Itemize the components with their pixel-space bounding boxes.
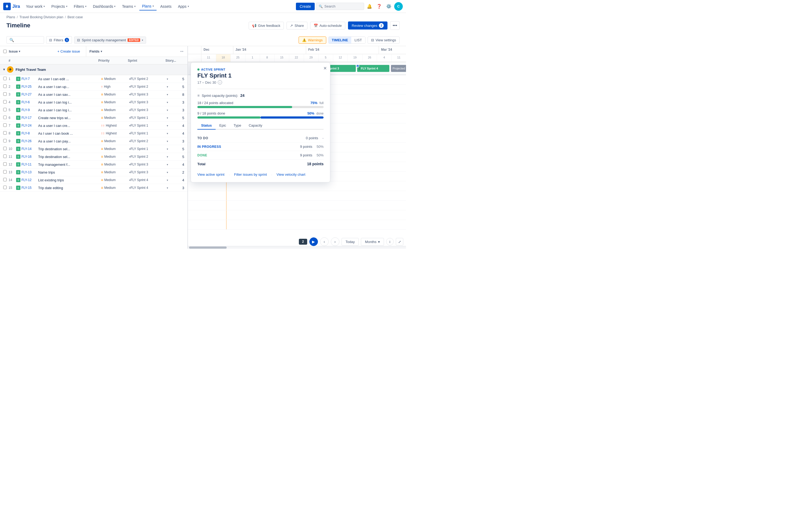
- settings-icon[interactable]: ⚙️: [385, 2, 393, 11]
- issue-row[interactable]: 10 S FLY-14 Trip destination sel... ≡ Me…: [0, 145, 188, 153]
- issue-checkbox[interactable]: [3, 92, 7, 96]
- issue-checkbox[interactable]: [3, 170, 7, 174]
- issue-row[interactable]: 3 S FLY-27 As a user I can sav... ≡ Medi…: [0, 91, 188, 99]
- issue-row[interactable]: 14 S FLY-12 List existing trips ≡ Medium…: [0, 176, 188, 184]
- issue-row[interactable]: 2 S FLY-25 As a user I can up... ↑ High …: [0, 83, 188, 91]
- sprint-cell[interactable]: FLY Sprint 2 ▾: [131, 139, 168, 143]
- priority-cell[interactable]: ≡ Medium ▾: [101, 139, 131, 143]
- priority-cell[interactable]: ↑ High ▾: [101, 84, 131, 89]
- issue-key[interactable]: FLY-11: [21, 163, 37, 166]
- priority-cell[interactable]: ↑↑ Highest ▾: [101, 123, 131, 128]
- today-button[interactable]: Today: [342, 238, 359, 246]
- help-icon[interactable]: ❓: [375, 2, 384, 11]
- priority-cell[interactable]: ≡ Medium ▾: [101, 155, 131, 159]
- select-all-checkbox[interactable]: [3, 50, 7, 53]
- sprint-cell[interactable]: FLY Sprint 2 ▾: [131, 85, 168, 89]
- sprint-cell[interactable]: FLY Sprint 1 ▾: [131, 116, 168, 120]
- issue-key[interactable]: FLY-6: [21, 100, 37, 104]
- list-view-button[interactable]: LIST: [351, 37, 365, 44]
- more-actions-button[interactable]: •••: [390, 21, 400, 30]
- milestone-badge[interactable]: 2: [299, 239, 307, 245]
- view-settings-button[interactable]: ⊟ View settings: [368, 37, 400, 44]
- issue-row[interactable]: 6 S FLY-17 Create new trips wi... ≡ Medi…: [0, 114, 188, 122]
- issue-checkbox[interactable]: [3, 108, 7, 111]
- priority-cell[interactable]: ≡ Medium ▾: [101, 186, 131, 190]
- issue-checkbox[interactable]: [3, 178, 7, 181]
- create-issue-button[interactable]: + Create issue: [55, 48, 83, 54]
- issue-checkbox[interactable]: [3, 155, 7, 158]
- sprint-cell[interactable]: FLY Sprint 1 ▾: [131, 147, 168, 151]
- issue-checkbox[interactable]: [3, 123, 7, 127]
- issue-checkbox[interactable]: [3, 162, 7, 166]
- sprint-cell[interactable]: FLY Sprint 3 ▾: [131, 108, 168, 112]
- priority-cell[interactable]: ↑↑ Highest ▾: [101, 131, 131, 135]
- sprint-cell[interactable]: FLY Sprint 4 ▾: [131, 186, 168, 190]
- issue-checkbox[interactable]: [3, 116, 7, 119]
- sprint-cell[interactable]: FLY Sprint 3 ▾: [131, 163, 168, 166]
- tab-capacity[interactable]: Capacity: [245, 122, 266, 129]
- priority-cell[interactable]: ≡ Medium ▾: [101, 92, 131, 97]
- issue-row[interactable]: 12 S FLY-11 Trip management f... ≡ Mediu…: [0, 161, 188, 168]
- issue-key[interactable]: FLY-24: [21, 124, 37, 127]
- tab-epic[interactable]: Epic: [216, 122, 230, 129]
- sprint-cell[interactable]: FLY Sprint 3 ▾: [131, 170, 168, 174]
- issue-checkbox[interactable]: [3, 139, 7, 143]
- sprint-cell[interactable]: FLY Sprint 3 ▾: [131, 93, 168, 96]
- nav-forward-primary-button[interactable]: ▶: [309, 237, 318, 246]
- issue-checkbox[interactable]: [3, 77, 7, 80]
- issue-key[interactable]: FLY-13: [21, 170, 37, 174]
- issue-key[interactable]: FLY-17: [21, 116, 37, 120]
- issue-key[interactable]: FLY-14: [21, 147, 37, 151]
- warnings-button[interactable]: ⚠️ Warnings: [299, 37, 326, 44]
- auto-schedule-button[interactable]: 📅 Auto-schedule: [310, 22, 345, 30]
- priority-cell[interactable]: ≡ Medium ▾: [101, 162, 131, 167]
- info-button[interactable]: i: [386, 238, 394, 245]
- timeline-view-button[interactable]: TIMELINE: [329, 37, 352, 44]
- issue-key[interactable]: FLY-26: [21, 139, 37, 143]
- issue-key[interactable]: FLY-7: [21, 77, 37, 81]
- priority-cell[interactable]: ≡ Medium ▾: [101, 116, 131, 120]
- issue-row[interactable]: 15 S FLY-15 Trip date editing ≡ Medium ▾…: [0, 184, 188, 192]
- team-row[interactable]: ▾ ✈ Flight Travel Team: [0, 64, 188, 75]
- sprint-cell[interactable]: FLY Sprint 1 ▾: [131, 131, 168, 135]
- issue-search-input[interactable]: 🔍: [6, 36, 44, 44]
- issue-row[interactable]: 11 S FLY-16 Trip destination sel... ≡ Me…: [0, 153, 188, 161]
- issue-checkbox[interactable]: [3, 100, 7, 104]
- view-velocity-chart-link[interactable]: View velocity chart: [276, 172, 305, 177]
- priority-cell[interactable]: ≡ Medium ▾: [101, 77, 131, 81]
- collapse-arrow[interactable]: ▾: [3, 68, 5, 71]
- nav-assets[interactable]: Assets: [158, 3, 174, 10]
- sprint-cell[interactable]: FLY Sprint 3 ▾: [131, 100, 168, 104]
- breadcrumb-division-plan[interactable]: Travel Booking Division plan: [19, 15, 63, 19]
- nav-your-work[interactable]: Your work ▾: [23, 3, 48, 10]
- nav-back-button[interactable]: ‹: [320, 237, 329, 246]
- issue-row[interactable]: 5 S FLY-9 As a user I can log i... ≡ Med…: [0, 106, 188, 114]
- priority-cell[interactable]: ≡ Medium ▾: [101, 100, 131, 104]
- priority-cell[interactable]: ≡ Medium ▾: [101, 178, 131, 182]
- horizontal-scrollbar[interactable]: [188, 246, 406, 249]
- issue-key[interactable]: FLY-12: [21, 178, 37, 182]
- issue-key[interactable]: FLY-15: [21, 186, 37, 190]
- review-changes-button[interactable]: Review changes 2: [348, 21, 388, 30]
- tab-type[interactable]: Type: [230, 122, 245, 129]
- projected-sprint-bar-1[interactable]: Projected spr...: [391, 65, 406, 72]
- issue-row[interactable]: 1 S FLY-7 As user I can edit ... ≡ Mediu…: [0, 75, 188, 83]
- give-feedback-button[interactable]: 📢 Give feedback: [249, 22, 284, 30]
- sprint-cell[interactable]: FLY Sprint 2 ▾: [131, 77, 168, 81]
- issue-row[interactable]: 8 S FLY-8 As I user I can book ... ↑↑ Hi…: [0, 129, 188, 137]
- sprint-cell[interactable]: FLY Sprint 4 ▾: [131, 178, 168, 182]
- issue-key[interactable]: FLY-16: [21, 155, 37, 159]
- issue-row[interactable]: 13 S FLY-13 Name trips ≡ Medium ▾ FLY Sp…: [0, 168, 188, 176]
- issue-row[interactable]: 4 S FLY-6 As a user I can log i... ≡ Med…: [0, 99, 188, 106]
- filter-issues-by-sprint-link[interactable]: Filter issues by sprint: [234, 172, 267, 177]
- issue-checkbox[interactable]: [3, 147, 7, 150]
- filters-button[interactable]: ⊟ Filters 1: [46, 36, 72, 44]
- breadcrumb-best-case[interactable]: Best case: [67, 15, 83, 19]
- sprint-cell[interactable]: FLY Sprint 2 ▾: [131, 155, 168, 159]
- priority-cell[interactable]: ≡ Medium ▾: [101, 108, 131, 112]
- priority-cell[interactable]: ≡ Medium ▾: [101, 147, 131, 151]
- search-box[interactable]: 🔍 Search: [316, 3, 364, 10]
- resize-handle[interactable]: ↔: [180, 49, 184, 54]
- issue-key[interactable]: FLY-9: [21, 108, 37, 112]
- logo[interactable]: Jira: [3, 3, 20, 10]
